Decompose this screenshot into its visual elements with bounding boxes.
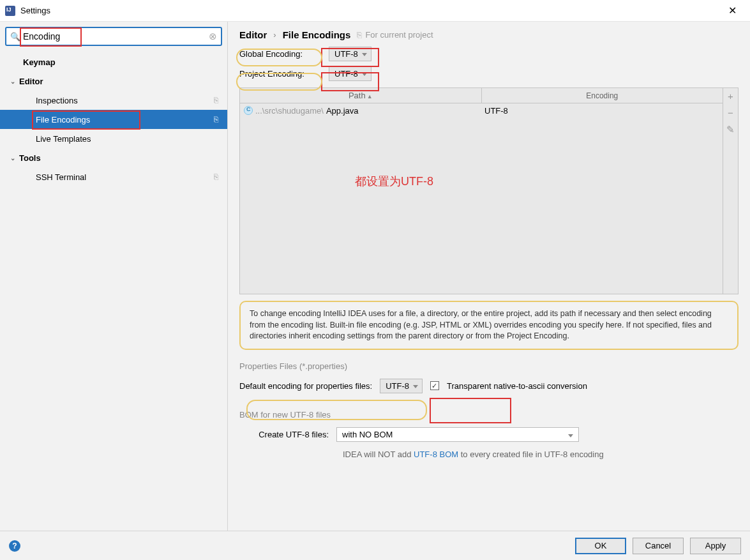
annotation-text: 都设置为UTF-8 xyxy=(355,174,433,189)
project-encoding-select[interactable]: UTF-8 xyxy=(329,66,371,81)
crumb-editor[interactable]: Editor xyxy=(239,29,267,40)
footer: ? OK Cancel Apply xyxy=(0,531,750,560)
col-encoding[interactable]: Encoding xyxy=(482,88,723,103)
tree-inspections[interactable]: Inspections⎘ xyxy=(0,91,227,110)
app-icon xyxy=(5,6,15,16)
sidebar: 🔍 ⊗ Keymap ⌄Editor Inspections⎘ File Enc… xyxy=(0,22,228,531)
close-icon[interactable]: ✕ xyxy=(719,4,745,17)
window-title: Settings xyxy=(20,6,719,15)
global-encoding-label: Global Encoding: xyxy=(239,49,322,59)
encoding-table: Path▲ Encoding ...\src\shudugame\App.jav… xyxy=(239,87,739,294)
properties-section-title: Properties Files (*.properties) xyxy=(228,350,750,374)
project-encoding-label: Project Encoding: xyxy=(239,69,322,79)
content-area: Editor › File Encodings ⎘For current pro… xyxy=(228,22,750,531)
transparent-ascii-checkbox[interactable]: ✓ xyxy=(430,381,439,390)
properties-encoding-label: Default encoding for properties files: xyxy=(239,381,372,391)
tree-live-templates[interactable]: Live Templates xyxy=(0,129,227,148)
global-encoding-select[interactable]: UTF-8 xyxy=(329,47,371,61)
ok-button[interactable]: OK xyxy=(575,538,626,554)
chevron-down-icon: ⌄ xyxy=(10,78,19,85)
breadcrumb: Editor › File Encodings ⎘For current pro… xyxy=(228,22,750,44)
tree-keymap[interactable]: Keymap xyxy=(0,52,227,72)
remove-icon[interactable]: − xyxy=(728,105,733,121)
project-scope-icon: ⎘ xyxy=(214,96,218,105)
file-name: App.java xyxy=(326,106,359,116)
bom-link[interactable]: UTF-8 BOM xyxy=(414,450,458,459)
project-scope-icon: ⎘ xyxy=(214,115,218,124)
tree-file-encodings[interactable]: File Encodings⎘ xyxy=(0,110,227,129)
row-encoding: UTF-8 xyxy=(482,106,723,116)
bom-note: IDEA will NOT add UTF-8 BOM to every cre… xyxy=(228,447,750,459)
chevron-down-icon: ⌄ xyxy=(10,155,19,162)
properties-encoding-select[interactable]: UTF-8 xyxy=(380,379,423,393)
class-file-icon xyxy=(244,106,253,115)
tree-ssh-terminal[interactable]: SSH Terminal⎘ xyxy=(0,167,227,186)
tree-editor[interactable]: ⌄Editor xyxy=(0,72,227,91)
search-box[interactable]: 🔍 ⊗ xyxy=(5,27,222,46)
table-toolbar: + − ✎ xyxy=(723,88,738,294)
bom-section-title: BOM for new UTF-8 files xyxy=(228,398,750,422)
chevron-right-icon: › xyxy=(273,30,276,40)
table-row[interactable]: ...\src\shudugame\App.java UTF-8 xyxy=(240,103,723,117)
add-icon[interactable]: + xyxy=(728,88,733,105)
col-path[interactable]: Path▲ xyxy=(240,88,482,103)
search-input[interactable] xyxy=(23,31,209,42)
crumb-file-encodings: File Encodings xyxy=(283,29,351,40)
info-box: To change encoding IntelliJ IDEA uses fo… xyxy=(239,301,739,350)
project-scope-icon: ⎘ xyxy=(357,30,362,40)
bom-select[interactable]: with NO BOM xyxy=(336,427,579,442)
help-icon[interactable]: ? xyxy=(9,540,20,552)
edit-icon[interactable]: ✎ xyxy=(726,121,735,138)
apply-button[interactable]: Apply xyxy=(690,538,741,554)
sort-asc-icon: ▲ xyxy=(367,93,373,100)
tree-tools[interactable]: ⌄Tools xyxy=(0,148,227,167)
path-prefix: ...\src\shudugame\ xyxy=(255,106,324,116)
cancel-button[interactable]: Cancel xyxy=(633,538,684,554)
project-scope-icon: ⎘ xyxy=(214,172,218,181)
scope-label: ⎘For current project xyxy=(357,30,433,40)
clear-search-icon[interactable]: ⊗ xyxy=(209,31,217,42)
transparent-ascii-label: Transparent native-to-ascii conversion xyxy=(447,381,587,391)
search-icon: 🔍 xyxy=(10,32,20,42)
bom-label: Create UTF-8 files: xyxy=(239,430,329,439)
settings-tree: Keymap ⌄Editor Inspections⎘ File Encodin… xyxy=(0,51,227,531)
title-bar: Settings ✕ xyxy=(0,0,750,22)
